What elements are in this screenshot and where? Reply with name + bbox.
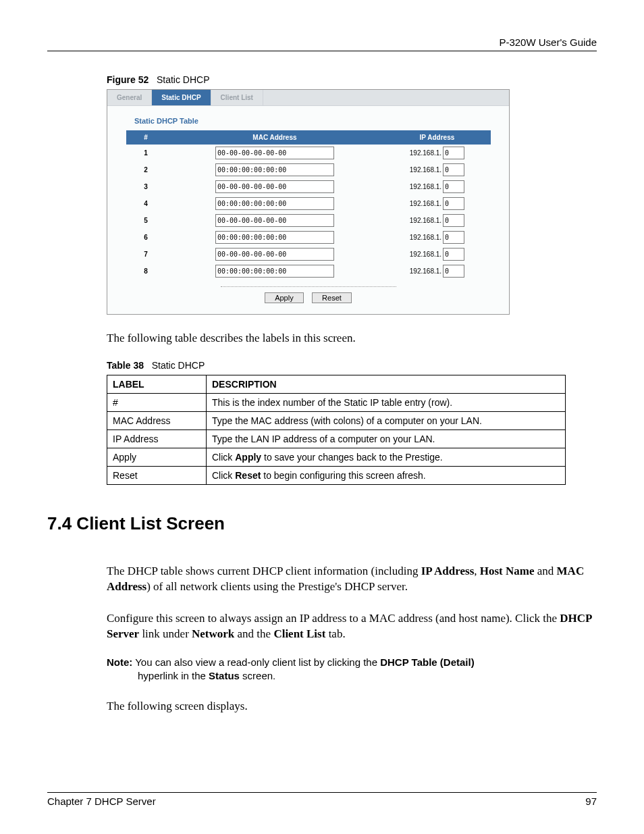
- table-label: Table 38: [107, 360, 144, 371]
- ip-cell: 192.168.1.: [384, 178, 490, 195]
- col-mac: MAC Address: [165, 131, 384, 145]
- mac-cell: [165, 195, 384, 212]
- ip-prefix: 192.168.1.: [410, 183, 441, 190]
- table-row: 8192.168.1.: [126, 263, 490, 280]
- ip-prefix: 192.168.1.: [410, 200, 441, 207]
- separator: [221, 286, 396, 287]
- desc-cell-desc: Type the LAN IP address of a computer on…: [207, 429, 566, 448]
- tab-general[interactable]: General: [107, 90, 152, 105]
- para-74-1: The DHCP table shows current DHCP client…: [107, 564, 597, 595]
- tab-static-dhcp[interactable]: Static DHCP: [152, 90, 211, 105]
- ip-input[interactable]: [443, 214, 464, 227]
- tab-client-list[interactable]: Client List: [211, 90, 263, 105]
- desc-cell-desc: This is the index number of the Static I…: [207, 393, 566, 411]
- mac-input[interactable]: [215, 265, 334, 278]
- ip-cell: 192.168.1.: [384, 145, 490, 162]
- row-index: 2: [126, 161, 165, 178]
- mac-cell: [165, 178, 384, 195]
- mac-cell: [165, 229, 384, 246]
- tab-bar: General Static DHCP Client List: [107, 90, 509, 106]
- table-row: 3192.168.1.: [126, 178, 490, 195]
- row-index: 5: [126, 212, 165, 229]
- guide-title: P-320W User's Guide: [47, 36, 597, 48]
- desc-head-label: LABEL: [107, 375, 207, 393]
- row-index: 1: [126, 145, 165, 162]
- mac-cell: [165, 263, 384, 280]
- page-footer: Chapter 7 DHCP Server 97: [47, 792, 597, 807]
- description-table: LABEL DESCRIPTION # This is the index nu…: [107, 375, 566, 485]
- ip-cell: 192.168.1.: [384, 195, 490, 212]
- table-title: Static DHCP: [152, 360, 205, 371]
- mac-cell: [165, 212, 384, 229]
- note-block: Note: You can also view a read-only clie…: [107, 656, 597, 683]
- ip-prefix: 192.168.1.: [410, 166, 441, 174]
- ip-cell: 192.168.1.: [384, 246, 490, 263]
- mac-input[interactable]: [215, 180, 334, 193]
- col-num: #: [126, 131, 165, 145]
- row-index: 4: [126, 195, 165, 212]
- figure-frame: General Static DHCP Client List Static D…: [107, 89, 510, 315]
- para-intro: The following table describes the labels…: [107, 331, 597, 346]
- table-row: 4192.168.1.: [126, 195, 490, 212]
- section-heading: 7.4 Client List Screen: [47, 513, 597, 534]
- ip-prefix: 192.168.1.: [410, 217, 441, 224]
- row-index: 7: [126, 246, 165, 263]
- mac-input[interactable]: [215, 197, 334, 210]
- desc-cell-label: #: [107, 393, 207, 411]
- table-row: 6192.168.1.: [126, 229, 490, 246]
- table-row: 1192.168.1.: [126, 145, 490, 162]
- desc-cell-label: Reset: [107, 466, 207, 484]
- col-ip: IP Address: [384, 131, 490, 145]
- desc-head-desc: DESCRIPTION: [207, 375, 566, 393]
- figure-caption: Figure 52 Static DHCP: [107, 74, 597, 85]
- mac-input[interactable]: [215, 248, 334, 261]
- ip-input[interactable]: [443, 197, 464, 210]
- footer-chapter: Chapter 7 DHCP Server: [47, 796, 156, 807]
- ip-cell: 192.168.1.: [384, 161, 490, 178]
- desc-row: MAC Address Type the MAC address (with c…: [107, 411, 566, 429]
- desc-row: Reset Click Reset to begin configuring t…: [107, 466, 566, 484]
- para-74-3: The following screen displays.: [107, 699, 597, 714]
- ip-input[interactable]: [443, 180, 464, 193]
- ip-prefix: 192.168.1.: [410, 267, 441, 275]
- ip-cell: 192.168.1.: [384, 212, 490, 229]
- desc-cell-desc: Type the MAC address (with colons) of a …: [207, 411, 566, 429]
- desc-cell-label: Apply: [107, 448, 207, 466]
- para-74-2: Configure this screen to always assign a…: [107, 611, 597, 642]
- ip-input[interactable]: [443, 147, 464, 159]
- desc-row: Apply Click Apply to save your changes b…: [107, 448, 566, 466]
- row-index: 3: [126, 178, 165, 195]
- figure-title: Static DHCP: [157, 74, 210, 85]
- mac-cell: [165, 145, 384, 162]
- row-index: 8: [126, 263, 165, 280]
- reset-button[interactable]: Reset: [312, 292, 352, 303]
- ip-input[interactable]: [443, 265, 464, 278]
- mac-input[interactable]: [215, 214, 334, 227]
- figure-label: Figure 52: [107, 74, 149, 85]
- desc-cell-label: IP Address: [107, 429, 207, 448]
- desc-row: # This is the index number of the Static…: [107, 393, 566, 411]
- button-row: Apply Reset: [107, 291, 509, 314]
- panel-title: Static DHCP Table: [107, 106, 509, 130]
- footer-page: 97: [585, 796, 597, 807]
- ip-input[interactable]: [443, 163, 464, 176]
- mac-cell: [165, 161, 384, 178]
- ip-cell: 192.168.1.: [384, 263, 490, 280]
- table-caption: Table 38 Static DHCP: [107, 360, 597, 371]
- ip-cell: 192.168.1.: [384, 229, 490, 246]
- table-row: 5192.168.1.: [126, 212, 490, 229]
- mac-input[interactable]: [215, 147, 334, 159]
- static-dhcp-table: # MAC Address IP Address 1192.168.1.2192…: [126, 130, 491, 280]
- mac-cell: [165, 246, 384, 263]
- apply-button[interactable]: Apply: [265, 292, 304, 303]
- table-row: 2192.168.1.: [126, 161, 490, 178]
- ip-input[interactable]: [443, 248, 464, 261]
- mac-input[interactable]: [215, 163, 334, 176]
- ip-prefix: 192.168.1.: [410, 149, 441, 157]
- ip-input[interactable]: [443, 231, 464, 244]
- mac-input[interactable]: [215, 231, 334, 244]
- desc-cell-desc: Click Reset to begin configuring this sc…: [207, 466, 566, 484]
- desc-cell-desc: Click Apply to save your changes back to…: [207, 448, 566, 466]
- ip-prefix: 192.168.1.: [410, 251, 441, 258]
- ip-prefix: 192.168.1.: [410, 234, 441, 241]
